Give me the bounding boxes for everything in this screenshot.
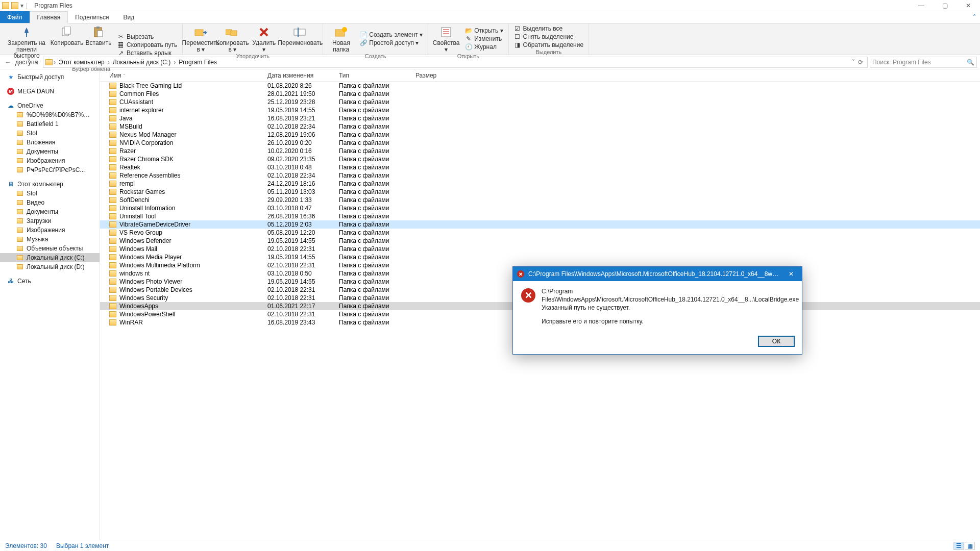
back-button[interactable]: ← [5, 59, 11, 66]
easy-access-button[interactable]: 🔗Простой доступ ▾ [359, 39, 424, 46]
copy-to-button[interactable]: Копировать в ▾ [218, 24, 246, 53]
crumb-drive-c[interactable]: Локальный диск (C:) [111, 59, 173, 66]
dialog-close-button[interactable]: ✕ [785, 268, 798, 280]
file-row[interactable]: Common Files28.01.2021 19:50Папка с файл… [100, 90, 980, 98]
rename-button[interactable]: Переименовать [282, 24, 318, 53]
select-all-button[interactable]: ☑Выделить все [513, 24, 585, 32]
file-row[interactable]: Reference Assemblies02.10.2018 22:34Папк… [100, 171, 980, 180]
delete-button[interactable]: Удалить ▾ [250, 24, 278, 53]
new-item-button[interactable]: 📄Создать элемент ▾ [359, 31, 424, 38]
minimize-button[interactable]: — [910, 0, 933, 11]
properties-button[interactable]: Свойства ▾ [432, 24, 460, 53]
file-row[interactable]: MSBuild02.10.2018 22:34Папка с файлами [100, 122, 980, 131]
sidebar-network[interactable]: 🖧Сеть [0, 277, 100, 286]
select-none-button[interactable]: ☐Снять выделение [513, 33, 585, 40]
file-row[interactable]: Java16.08.2019 23:21Папка с файлами [100, 114, 980, 122]
sidebar-item[interactable]: Вложения [0, 138, 100, 147]
sidebar-item[interactable]: Stol [0, 189, 100, 198]
new-folder-button[interactable]: Новая папка [327, 24, 355, 53]
edit-button[interactable]: ✎Изменить [464, 35, 504, 42]
qat-dropdown-icon[interactable]: ▾ [20, 2, 23, 9]
file-row[interactable]: Black Tree Gaming Ltd01.08.2020 8:26Папк… [100, 82, 980, 90]
thumbnails-view-button[interactable]: ▦ [965, 542, 975, 550]
file-row[interactable]: VibrateGameDeviceDriver05.12.2019 2:03Па… [100, 220, 980, 229]
file-row[interactable]: Windows Media Player19.05.2019 14:55Папк… [100, 253, 980, 261]
file-row[interactable]: internet explorer19.05.2019 14:55Папка с… [100, 106, 980, 114]
paste-shortcut-button[interactable]: ↗Вставить ярлык [116, 49, 178, 57]
sidebar-quick-access[interactable]: ★Быстрый доступ [0, 72, 100, 82]
folder-icon [109, 181, 116, 187]
file-row[interactable]: Razer10.02.2020 0:16Папка с файлами [100, 147, 980, 155]
forward-button[interactable]: → [16, 59, 22, 66]
file-row[interactable]: Uninstall Information03.10.2018 0:47Папк… [100, 204, 980, 212]
file-row[interactable]: VS Revo Group05.08.2019 12:20Папка с фай… [100, 229, 980, 237]
svg-rect-8 [231, 31, 237, 36]
cut-button[interactable]: ✂Вырезать [116, 33, 178, 41]
sidebar-item[interactable]: Документы [0, 207, 100, 216]
file-row[interactable]: Realtek03.10.2018 0:48Папка с файлами [100, 163, 980, 171]
file-row[interactable]: NVIDIA Corporation26.10.2019 0:20Папка с… [100, 139, 980, 147]
move-to-button[interactable]: Переместить в ▾ [187, 24, 214, 53]
file-row[interactable]: SoftDenchi29.09.2020 1:33Папка с файлами [100, 196, 980, 204]
tab-share[interactable]: Поделиться [68, 11, 116, 23]
ribbon-collapse-icon[interactable]: ˄ [969, 11, 980, 23]
file-date: 05.12.2019 2:03 [263, 221, 335, 228]
sidebar-item[interactable]: Stol [0, 129, 100, 138]
up-button[interactable]: ↑ [36, 59, 39, 66]
sidebar-item[interactable]: Локальный диск (C:) [0, 253, 100, 262]
search-box[interactable]: Поиск: Program Files 🔍 [870, 57, 977, 68]
sidebar-item[interactable]: Изображения [0, 156, 100, 165]
sidebar-item[interactable]: Battlefield 1 [0, 119, 100, 129]
history-button[interactable]: 🕘Журнал [464, 43, 504, 51]
file-row[interactable]: Uninstall Tool26.08.2019 16:36Папка с фа… [100, 212, 980, 220]
file-row[interactable]: Windows Mail02.10.2018 22:31Папка с файл… [100, 245, 980, 253]
crumb-thispc[interactable]: Этот компьютер [57, 59, 107, 66]
open-button[interactable]: 📂Открыть ▾ [464, 27, 504, 34]
sidebar-item[interactable]: Объемные объекты [0, 244, 100, 253]
invert-selection-button[interactable]: ◨Обратить выделение [513, 41, 585, 48]
file-row[interactable]: Rockstar Games05.11.2019 13:03Папка с фа… [100, 188, 980, 196]
file-name: VibrateGameDeviceDriver [119, 221, 190, 228]
tab-view[interactable]: Вид [116, 11, 141, 23]
refresh-button[interactable]: ⟳ [856, 59, 865, 66]
sidebar-item[interactable]: Загрузки [0, 216, 100, 226]
crumb-program-files[interactable]: Program Files [177, 59, 219, 66]
column-size[interactable]: Размер [411, 72, 462, 79]
file-row[interactable]: rempl24.12.2019 18:16Папка с файлами [100, 180, 980, 188]
file-date: 02.10.2018 22:31 [263, 294, 335, 302]
file-row[interactable]: Razer Chroma SDK09.02.2020 23:35Папка с … [100, 155, 980, 163]
sidebar-item[interactable]: Изображения [0, 226, 100, 235]
file-type: Папка с файлами [335, 270, 411, 277]
address-dropdown-icon[interactable]: ˅ [852, 59, 855, 66]
sidebar-item[interactable]: РҹРѕРєСѓРїРєРѕС... [0, 165, 100, 174]
sidebar-item[interactable]: %D0%98%D0%B7%… [0, 110, 100, 119]
dialog-ok-button[interactable]: ОК [758, 336, 795, 347]
recent-locations-icon[interactable]: ˅ [28, 59, 31, 66]
tab-home[interactable]: Главная [30, 11, 68, 23]
column-type[interactable]: Тип [335, 72, 411, 79]
file-row[interactable]: Windows Defender19.05.2019 14:55Папка с … [100, 237, 980, 245]
details-view-button[interactable]: ☰ [953, 542, 964, 550]
file-date: 26.08.2019 16:36 [263, 213, 335, 220]
tab-file[interactable]: Файл [0, 11, 30, 23]
qat-folder-icon[interactable] [11, 2, 18, 9]
cloud-icon: ☁ [7, 102, 14, 109]
column-date[interactable]: Дата изменения [263, 72, 335, 79]
close-button[interactable]: ✕ [957, 0, 980, 11]
status-selection: Выбран 1 элемент [56, 542, 109, 549]
sidebar-mega[interactable]: MMEGA DAUN [0, 87, 100, 96]
address-bar[interactable]: › Этот компьютер› Локальный диск (C:)› P… [43, 57, 868, 68]
maximize-button[interactable]: ▢ [933, 0, 957, 11]
sidebar-item[interactable]: Музыка [0, 235, 100, 244]
dialog-titlebar[interactable]: ✕ C:\Program Files\WindowsApps\Microsoft… [513, 267, 802, 281]
sidebar-item[interactable]: Документы [0, 147, 100, 156]
file-row[interactable]: Nexus Mod Manager12.08.2019 19:06Папка с… [100, 131, 980, 139]
file-row[interactable]: CUAssistant25.12.2019 23:28Папка с файла… [100, 98, 980, 106]
navigation-pane[interactable]: ★Быстрый доступ MMEGA DAUN ☁OneDrive %D0… [0, 69, 100, 540]
sidebar-onedrive[interactable]: ☁OneDrive [0, 101, 100, 110]
sidebar-item[interactable]: Локальный диск (D:) [0, 262, 100, 271]
sidebar-item[interactable]: Видео [0, 198, 100, 207]
column-name[interactable]: Имя ˄ [100, 72, 263, 79]
copy-path-button[interactable]: 🛤Скопировать путь [116, 41, 178, 49]
sidebar-this-pc[interactable]: 🖥Этот компьютер [0, 180, 100, 189]
